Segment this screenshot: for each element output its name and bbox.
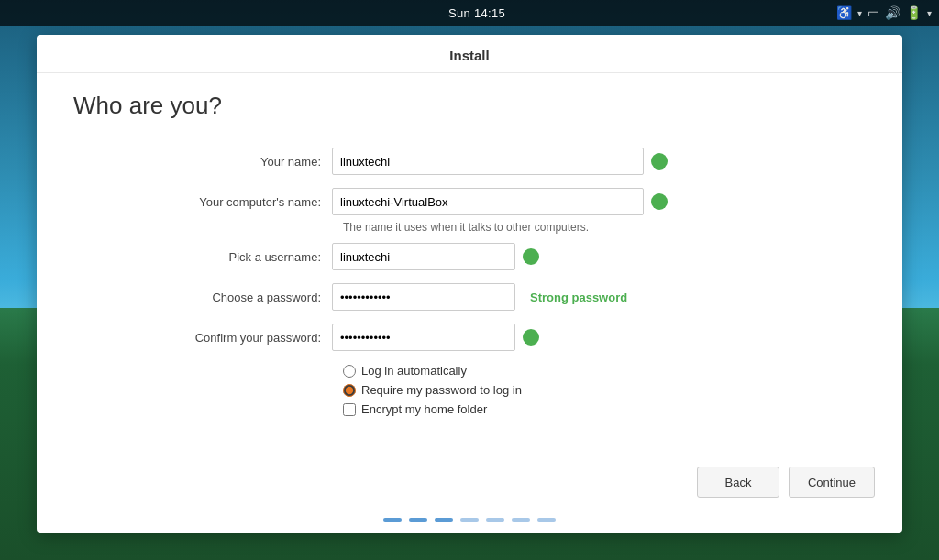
progress-dot-2 [409,518,427,522]
installer-window: Install Who are you? Your name: Your com… [37,35,902,533]
battery-icon[interactable]: 🔋 [906,5,922,20]
confirm-password-input[interactable] [332,324,515,351]
window-title: Install [449,48,489,63]
login-auto-radio[interactable] [343,365,356,378]
progress-dot-1 [383,518,402,522]
confirm-password-label: Confirm your password: [149,331,332,345]
your-name-input[interactable] [332,148,644,175]
window-header: Install [37,35,902,73]
login-options: Log in automatically Require my password… [332,364,790,416]
confirm-password-status-dot [523,329,539,346]
user-form: Your name: Your computer's name: The nam… [149,148,790,416]
computer-name-hint: The name it uses when it talks to other … [332,221,790,234]
password-strength-label: Strong password [530,291,627,304]
login-auto-row: Log in automatically [343,364,790,378]
username-label: Pick a username: [149,250,332,264]
encrypt-label[interactable]: Encrypt my home folder [361,402,487,416]
accessibility-arrow-icon: ▾ [857,8,862,18]
progress-dot-4 [460,518,479,522]
battery-arrow-icon: ▾ [927,8,932,18]
window-body: Who are you? Your name: Your computer's … [37,73,902,457]
password-input-wrap: Strong password [332,283,790,311]
login-password-radio[interactable] [343,384,356,397]
username-row: Pick a username: [149,243,790,270]
computer-name-input[interactable] [332,188,644,215]
password-row: Choose a password: Strong password [149,283,790,311]
taskbar: Sun 14:15 ♿ ▾ ▭ 🔊 🔋 ▾ [0,0,939,26]
username-input[interactable] [332,243,515,270]
back-button[interactable]: Back [697,467,779,498]
window-footer: Back Continue [37,457,902,511]
progress-dot-5 [486,518,504,522]
login-password-row: Require my password to log in [343,383,790,397]
your-name-label: Your name: [149,155,332,169]
computer-name-label: Your computer's name: [149,195,332,209]
computer-name-row: Your computer's name: [149,188,790,215]
username-input-wrap [332,243,790,270]
accessibility-icon[interactable]: ♿ [836,5,852,20]
page-title: Who are you? [73,92,866,120]
your-name-status-dot [651,153,668,170]
password-input[interactable] [332,283,515,311]
your-name-input-wrap [332,148,790,175]
audio-icon[interactable]: 🔊 [885,5,900,20]
confirm-password-row: Confirm your password: [149,324,790,351]
taskbar-clock: Sun 14:15 [448,6,505,20]
login-password-label[interactable]: Require my password to log in [361,383,522,397]
progress-dot-3 [435,518,453,522]
display-icon[interactable]: ▭ [867,5,879,20]
your-name-row: Your name: [149,148,790,175]
encrypt-row: Encrypt my home folder [343,402,790,416]
progress-dot-7 [537,518,556,522]
password-label: Choose a password: [149,291,332,304]
taskbar-right: ♿ ▾ ▭ 🔊 🔋 ▾ [836,5,932,20]
computer-name-status-dot [651,193,668,210]
continue-button[interactable]: Continue [789,467,875,498]
confirm-password-input-wrap [332,324,790,351]
username-status-dot [523,248,539,265]
encrypt-checkbox[interactable] [343,403,356,416]
progress-dots [37,511,902,533]
progress-dot-6 [512,518,530,522]
computer-name-input-wrap [332,188,790,215]
login-auto-label[interactable]: Log in automatically [361,364,467,378]
